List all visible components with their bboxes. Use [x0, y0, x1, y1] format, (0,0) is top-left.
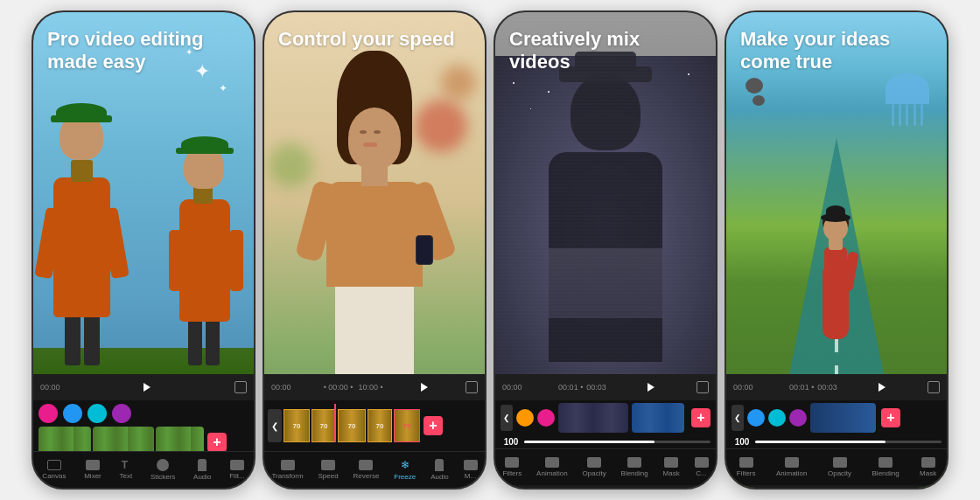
- tool-more-3[interactable]: C...: [695, 457, 709, 477]
- add-clip-btn-2[interactable]: +: [424, 416, 443, 435]
- expand-2[interactable]: [466, 381, 478, 393]
- tentacle-1: [892, 104, 894, 126]
- expand-4[interactable]: [928, 381, 940, 393]
- audio-icon: [198, 459, 206, 471]
- time-3: 00:00: [502, 383, 522, 392]
- screen-4: Make your ideas come true: [726, 12, 947, 488]
- scroll-left-arrow[interactable]: ❮: [268, 409, 282, 442]
- tool-reverse[interactable]: Reverse: [354, 460, 380, 480]
- sticker-dot-blue: [63, 404, 82, 423]
- text-label: Text: [119, 472, 132, 480]
- tool-text[interactable]: T Text: [119, 460, 132, 480]
- opacity-fill-3: [524, 441, 654, 443]
- scroll-left-4[interactable]: ❮: [732, 405, 744, 431]
- clip-3b[interactable]: [632, 403, 684, 433]
- opacity-fill-4: [755, 441, 886, 443]
- tool-blending-3[interactable]: Blending: [621, 457, 648, 477]
- tool-mask-3[interactable]: Mask: [663, 457, 680, 477]
- tentacle-3: [906, 104, 908, 126]
- add-clip-btn-3[interactable]: +: [691, 408, 710, 427]
- controls-4: 00:00 00:01 • 00:03 ❮ +: [726, 374, 947, 488]
- controls-1: 00:00: [33, 374, 254, 488]
- speed-seg-3[interactable]: 70: [338, 409, 366, 442]
- add-clip-btn-1[interactable]: +: [207, 433, 227, 451]
- screen-2-video: [264, 12, 485, 400]
- play-btn-3[interactable]: [642, 378, 660, 396]
- tool-speed[interactable]: Speed: [318, 460, 339, 480]
- tool-filters-1[interactable]: Filt...: [229, 460, 244, 480]
- screen-1: Pro video editing made easy ✦ ✦ ✦: [33, 12, 254, 488]
- animation-icon-3: [545, 457, 559, 468]
- clip-1b[interactable]: [93, 427, 154, 451]
- more-icon: [464, 460, 478, 470]
- opacity-row-3: ❮ +: [495, 400, 716, 435]
- playback-bar-2: 00:00 • 00:00 • 10:00 •: [264, 374, 485, 400]
- tool-filters-4[interactable]: Filters: [737, 457, 756, 477]
- expand-1[interactable]: [234, 381, 247, 393]
- clip-4a[interactable]: [810, 403, 876, 433]
- bottom-toolbar-4: Filters Animation Opacity Blending: [726, 448, 947, 485]
- freeze-icon: ❄: [399, 459, 411, 471]
- tool-animation-4[interactable]: Animation: [776, 457, 808, 477]
- sticker-pink-3: [537, 409, 555, 427]
- speed-seg-1[interactable]: 70: [284, 409, 310, 442]
- play-btn-4[interactable]: [873, 378, 891, 396]
- blending-icon-4: [878, 457, 892, 468]
- opacity-track-4[interactable]: [755, 441, 942, 443]
- screen-3: Creatively mix videos: [495, 12, 716, 488]
- text-icon: T: [122, 460, 130, 470]
- tool-transform[interactable]: Transform: [271, 460, 303, 480]
- scroll-left-3[interactable]: ❮: [500, 405, 513, 431]
- speed-seg-2[interactable]: 70: [312, 409, 336, 442]
- time-4b: 00:01 • 00:03: [789, 383, 837, 392]
- tool-opacity-4[interactable]: Opacity: [828, 457, 851, 477]
- road-woman-4: [814, 226, 858, 339]
- speed-icon: [321, 460, 335, 470]
- jellyfish-body: [886, 73, 929, 104]
- controls-3: 00:00 00:01 • 00:03 ❮: [495, 374, 716, 488]
- tool-audio-2[interactable]: Audio: [430, 459, 448, 481]
- screen-3-title: Creatively mix videos: [509, 28, 702, 74]
- tool-blending-4[interactable]: Blending: [872, 457, 900, 477]
- playback-bar-4: 00:00 00:01 • 00:03: [726, 374, 947, 400]
- transform-icon: [281, 460, 295, 470]
- opacity-icon-4: [833, 457, 847, 468]
- timeline-row-4: ❮ +: [726, 400, 947, 435]
- sticker-purple-4: [789, 409, 807, 427]
- mixer-icon: [86, 460, 100, 470]
- tool-mixer[interactable]: Mixer: [84, 460, 102, 480]
- blending-icon-3: [627, 457, 641, 468]
- clip-1a[interactable]: [38, 427, 91, 451]
- playback-bar-1: 00:00: [33, 374, 254, 400]
- tool-animation-3[interactable]: Animation: [536, 457, 568, 477]
- speed-seg-4[interactable]: 70: [368, 409, 392, 442]
- add-clip-btn-4[interactable]: +: [881, 408, 900, 427]
- tool-mask-4[interactable]: Mask: [920, 457, 936, 477]
- clip-1c[interactable]: [156, 427, 204, 451]
- canvas-icon: [47, 460, 61, 470]
- tool-stickers[interactable]: Stickers: [150, 459, 175, 481]
- person-right: [169, 138, 243, 365]
- tool-opacity-3[interactable]: Opacity: [583, 457, 606, 477]
- person-left: [40, 112, 123, 365]
- filters-icon-3: [505, 457, 519, 468]
- speed-seg-active[interactable]: 70: [394, 409, 420, 442]
- play-btn-2[interactable]: [416, 378, 433, 396]
- opacity-icon-3: [587, 457, 601, 468]
- woman-body: [300, 103, 449, 400]
- tool-audio[interactable]: Audio: [193, 459, 211, 481]
- tool-freeze[interactable]: ❄ Freeze: [394, 459, 416, 481]
- phone-frame-2: Control your speed: [262, 10, 486, 490]
- rock-2: [752, 95, 765, 106]
- tool-more[interactable]: M...: [464, 460, 478, 480]
- man-silhouette: [522, 65, 689, 362]
- expand-3[interactable]: [696, 381, 709, 393]
- tentacle-5: [920, 104, 923, 126]
- clip-3a[interactable]: [558, 403, 628, 433]
- opacity-track-3[interactable]: [524, 441, 710, 443]
- play-btn-1[interactable]: [138, 378, 156, 396]
- tool-filters-3[interactable]: Filters: [502, 457, 522, 477]
- tool-canvas[interactable]: Canvas: [42, 460, 66, 480]
- mask-icon-4: [921, 457, 935, 468]
- rock-1: [746, 78, 763, 94]
